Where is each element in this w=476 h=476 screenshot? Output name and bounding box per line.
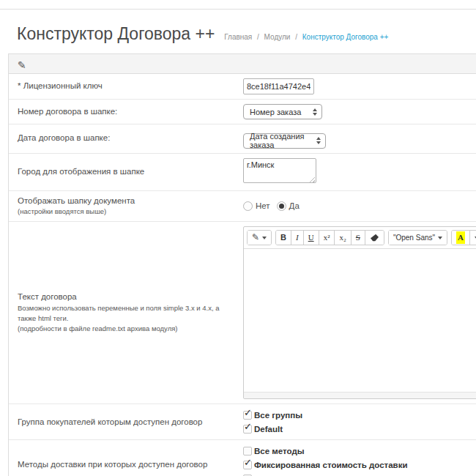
font-family-dropdown[interactable]: "Open Sans" xyxy=(389,231,447,245)
default-group-label: Default xyxy=(254,425,283,434)
subscript-button[interactable]: x₂ xyxy=(334,231,350,245)
caret-down-icon xyxy=(438,237,442,239)
contract-text-label: Текст договора xyxy=(18,291,233,303)
row-show-header: Отображать шапку документа (настройки вв… xyxy=(9,191,476,223)
clear-format-button[interactable] xyxy=(365,231,384,245)
check-icon: ✓ xyxy=(244,457,252,468)
style-dropdown-button[interactable]: ✎ xyxy=(248,231,271,245)
show-header-note: (настройки вводятся выше) xyxy=(18,207,233,217)
font-color-button[interactable]: A xyxy=(452,231,469,245)
font-family-value: "Open Sans" xyxy=(393,231,435,244)
contract-text-help-2: (подробности в файле readme.txt архива м… xyxy=(18,324,233,334)
city-textarea[interactable]: г.Минск xyxy=(243,158,316,183)
editor-statusbar[interactable] xyxy=(244,392,476,398)
style-button-group: ✎ xyxy=(247,230,272,245)
row-license-key: * Лицензионный ключ xyxy=(9,74,476,100)
radio-no[interactable] xyxy=(243,201,253,211)
contract-text-help-1: Возможно использовать переменные и поля … xyxy=(18,303,233,324)
eraser-icon xyxy=(370,234,379,242)
select-arrows-icon xyxy=(313,108,317,116)
check-icon: ✓ xyxy=(244,407,252,418)
page-title: Конструктор Договора ++ xyxy=(17,24,215,43)
contract-date-label: Дата договора в шапке: xyxy=(18,133,243,144)
editor-content-area[interactable] xyxy=(244,249,476,392)
caret-down-icon xyxy=(262,237,267,239)
row-customer-groups: Группа покупателей которым доступен дого… xyxy=(9,404,476,440)
row-shipping-methods: Методы доставки при которых доступен дог… xyxy=(9,440,476,476)
check-icon: ✓ xyxy=(244,421,252,432)
checkbox-flat-shipping[interactable]: ✓ xyxy=(243,461,252,469)
checkbox-default-group[interactable]: ✓ xyxy=(243,425,252,434)
underline-button[interactable]: U xyxy=(303,231,319,245)
style-pencil-icon: ✎ xyxy=(252,231,259,244)
font-color-dropdown[interactable] xyxy=(469,231,476,245)
panel-heading: ✎ xyxy=(9,54,476,74)
breadcrumb-home[interactable]: Главная xyxy=(224,33,252,41)
row-contract-number: Номер договора в шапке: Номер заказа xyxy=(9,100,476,124)
font-color-A-icon: A xyxy=(456,231,465,244)
contract-number-select-value: Номер заказа xyxy=(250,108,301,116)
superscript-button[interactable]: x² xyxy=(319,231,335,245)
checkbox-all-methods[interactable] xyxy=(243,447,252,455)
contract-number-select[interactable]: Номер заказа xyxy=(243,104,322,119)
wysiwyg-editor: ✎ B I U x² x₂ S xyxy=(243,226,476,399)
row-contract-date: Дата договора в шапке: Дата создания зак… xyxy=(9,124,476,154)
contract-number-label: Номер договора в шапке: xyxy=(18,106,243,118)
contract-date-select[interactable]: Дата создания заказа xyxy=(243,133,326,149)
contract-date-select-value: Дата создания заказа xyxy=(250,132,310,149)
breadcrumb: Главная / Модули / Конструктор Договора … xyxy=(222,33,388,41)
editor-toolbar: ✎ B I U x² x₂ S xyxy=(244,227,476,249)
format-button-group: B I U x² x₂ S xyxy=(275,230,384,245)
radio-yes-label: Да xyxy=(289,201,300,210)
breadcrumb-current[interactable]: Конструктор Договора ++ xyxy=(302,33,389,41)
all-methods-label: Все методы xyxy=(254,447,305,455)
checkbox-all-groups[interactable]: ✓ xyxy=(243,411,252,420)
italic-button[interactable]: I xyxy=(291,231,303,245)
all-groups-label: Все группы xyxy=(254,411,302,420)
breadcrumb-separator: / xyxy=(257,33,259,41)
page-header: Конструктор Договора ++ Главная / Модули… xyxy=(0,10,476,53)
bold-button[interactable]: B xyxy=(276,231,291,245)
license-key-input[interactable] xyxy=(243,78,314,94)
strikethrough-button[interactable]: S xyxy=(351,231,365,245)
breadcrumb-separator: / xyxy=(295,33,297,41)
row-contract-text: Текст договора Возможно использовать пер… xyxy=(9,222,476,404)
color-button-group: A xyxy=(451,230,476,245)
license-key-label: * Лицензионный ключ xyxy=(18,81,243,92)
show-header-label: Отображать шапку документа xyxy=(18,196,233,207)
select-arrows-icon xyxy=(316,137,321,144)
edit-pencil-icon: ✎ xyxy=(18,59,26,71)
breadcrumb-modules[interactable]: Модули xyxy=(264,33,291,41)
shipping-methods-label: Методы доставки при которых доступен дог… xyxy=(18,459,243,471)
top-navbar-divider xyxy=(0,0,476,10)
module-settings-panel: ✎ * Лицензионный ключ Номер договора в ш… xyxy=(8,53,476,476)
flat-shipping-label: Фиксированная стоимость доставки xyxy=(254,461,408,469)
city-label: Город для отображения в шапке xyxy=(18,166,243,178)
customer-groups-label: Группа покупателей которым доступен дого… xyxy=(18,417,243,428)
radio-no-label: Нет xyxy=(256,201,270,210)
font-button-group: "Open Sans" xyxy=(388,230,447,245)
row-city: Город для отображения в шапке г.Минск xyxy=(9,154,476,191)
radio-yes[interactable] xyxy=(277,201,286,211)
